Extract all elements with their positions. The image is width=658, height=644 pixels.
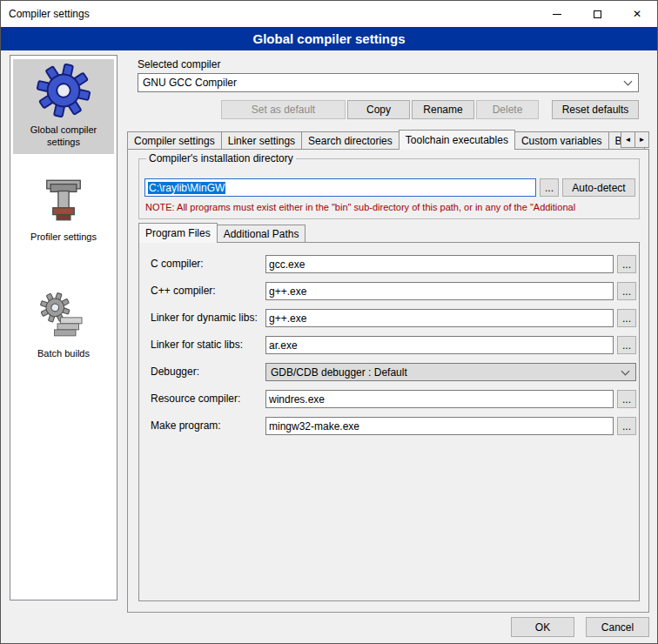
programs-tabstrip: Program Files Additional Paths [138,223,640,243]
selected-compiler-value: GNU GCC Compiler [143,77,621,89]
cpp-compiler-browse-button[interactable]: ... [617,282,636,300]
chevron-down-icon [624,77,633,86]
dynamic-linker-label: Linker for dynamic libs: [151,312,258,324]
set-as-default-button[interactable]: Set as default [221,100,346,119]
copy-button[interactable]: Copy [347,100,410,119]
sidebar-item-label: Profiler settings [15,231,112,244]
static-linker-browse-button[interactable]: ... [617,336,636,354]
page-title: Global compiler settings [1,27,657,50]
window-title: Compiler settings [1,8,537,20]
cpp-compiler-input[interactable] [265,282,614,300]
auto-detect-button[interactable]: Auto-detect [562,178,635,197]
selected-compiler-select[interactable]: GNU GCC Compiler [138,73,639,92]
tab-custom-variables[interactable]: Custom variables [514,131,609,150]
static-linker-label: Linker for static libs: [151,339,243,351]
settings-tabstrip: Compiler settings Linker settings Search… [127,130,649,150]
dialog-content: Global compiler settings Profiler settin… [1,50,657,643]
installation-directory-value: C:\raylib\MinGW [148,182,225,194]
installation-directory-browse-button[interactable]: ... [540,178,559,197]
program-files-panel: C compiler: ... C++ compiler: ... Linker… [138,242,640,601]
c-compiler-label: C compiler: [151,258,204,270]
chevron-down-icon [621,366,630,375]
batch-builds-icon [39,292,88,341]
cancel-button[interactable]: Cancel [586,617,649,637]
resource-compiler-label: Resource compiler: [151,392,240,405]
gear-icon [37,64,91,117]
tab-scroll-left-button[interactable]: ◄ [621,131,635,148]
toolchain-executables-panel: Compiler's installation directory C:\ray… [127,149,649,613]
cpp-compiler-label: C++ compiler: [151,285,216,297]
delete-button[interactable]: Delete [476,100,539,119]
maximize-button[interactable] [577,1,617,27]
category-sidebar: Global compiler settings Profiler settin… [10,55,118,600]
ok-button[interactable]: OK [511,617,574,637]
close-button[interactable]: ✕ [617,1,657,27]
installation-directory-group: Compiler's installation directory C:\ray… [138,158,640,219]
c-compiler-input[interactable] [265,255,614,273]
reset-defaults-button[interactable]: Reset defaults [552,100,639,119]
debugger-value: GDB/CDB debugger : Default [271,366,619,379]
sidebar-item-global-compiler-settings[interactable]: Global compiler settings [13,59,114,154]
tab-scroll-right-button[interactable]: ► [634,131,649,148]
dynamic-linker-input[interactable] [265,309,614,327]
tab-scroll-buttons: ◄ ► [621,131,649,148]
resource-compiler-input[interactable] [265,390,614,408]
make-program-label: Make program: [151,419,221,432]
sidebar-item-batch-builds[interactable]: Batch builds [13,288,114,366]
tab-program-files[interactable]: Program Files [138,223,218,243]
tab-linker-settings[interactable]: Linker settings [221,131,302,150]
installation-directory-input[interactable]: C:\raylib\MinGW [144,178,536,197]
selected-compiler-label: Selected compiler [138,58,220,70]
sidebar-item-label: Global compiler settings [15,124,112,149]
tab-additional-paths[interactable]: Additional Paths [217,225,306,243]
minimize-button[interactable] [537,1,577,27]
installation-directory-label: Compiler's installation directory [146,152,296,164]
resource-compiler-browse-button[interactable]: ... [617,390,636,408]
tab-compiler-settings[interactable]: Compiler settings [127,131,222,150]
rename-button[interactable]: Rename [412,100,474,119]
dynamic-linker-browse-button[interactable]: ... [617,309,636,327]
tab-toolchain-executables[interactable]: Toolchain executables [399,130,515,150]
sidebar-item-label: Batch builds [15,348,112,360]
make-program-input[interactable] [265,417,614,435]
minimize-icon [553,14,561,15]
sidebar-item-profiler-settings[interactable]: Profiler settings [13,171,114,249]
close-icon: ✕ [633,9,641,19]
make-program-browse-button[interactable]: ... [617,417,636,435]
maximize-icon [594,10,601,18]
profiler-icon [39,176,88,225]
tab-search-directories[interactable]: Search directories [301,131,400,150]
debugger-label: Debugger: [151,366,199,378]
c-compiler-browse-button[interactable]: ... [617,255,636,273]
static-linker-input[interactable] [265,336,614,354]
install-note: NOTE: All programs must exist either in … [145,202,636,212]
compiler-settings-window: Compiler settings ✕ Global compiler sett… [0,0,658,644]
debugger-select[interactable]: GDB/CDB debugger : Default [265,363,636,381]
titlebar[interactable]: Compiler settings ✕ [1,1,657,27]
